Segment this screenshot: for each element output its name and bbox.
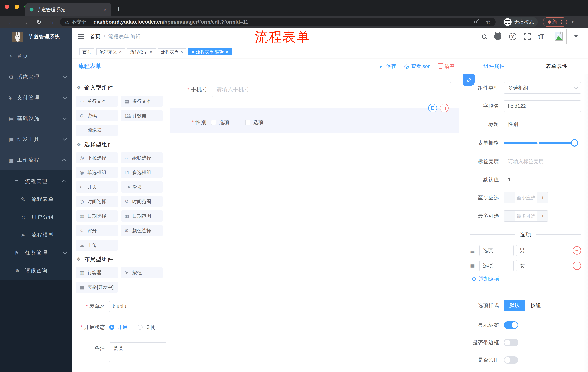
not-secure-label[interactable]: 不安全 (71, 19, 86, 25)
disabled-toggle-off[interactable] (504, 356, 518, 364)
sidebar-item-process-model[interactable]: ➤ 流程模型 (0, 226, 72, 244)
tag-close-icon[interactable] (180, 50, 183, 54)
field-name-input[interactable] (504, 100, 581, 112)
status-off-radio[interactable]: 关闭 (137, 324, 156, 331)
checkbox-icon[interactable] (211, 120, 216, 125)
tab-component-props[interactable]: 组件属性 (463, 58, 525, 74)
tag-home[interactable]: 首页 (79, 48, 94, 55)
password-key-icon[interactable] (474, 20, 477, 24)
palette-item-radio-group[interactable]: ◉单选框组 (76, 167, 118, 178)
sidebar-item-process-form[interactable]: ✎ 流程表单 (0, 190, 72, 208)
tab-close-icon[interactable]: ✕ (103, 7, 107, 12)
palette-item-rate[interactable]: ☆评分 (76, 225, 118, 236)
palette-item-row-container[interactable]: ▥行容器 (76, 267, 118, 278)
slider-handle[interactable] (571, 139, 578, 147)
title-input[interactable] (504, 119, 581, 130)
form-name-input[interactable] (109, 301, 166, 312)
palette-item-button[interactable]: ➤按钮 (121, 267, 163, 278)
sidebar-item-workflow[interactable]: ▣ 工作流程 (0, 149, 72, 170)
browser-menu-kebab-icon[interactable]: ⋮ (559, 19, 564, 25)
palette-item-switch[interactable]: ◐开关 (76, 181, 118, 192)
sidebar-item-process-mgmt[interactable]: ≣ 流程管理 (0, 172, 72, 190)
breadcrumb-home[interactable]: 首页 (90, 33, 100, 40)
avatar[interactable] (552, 29, 567, 44)
status-on-radio[interactable]: 开启 (109, 324, 127, 331)
remove-option-button[interactable] (573, 246, 581, 255)
fullscreen-icon[interactable] (524, 33, 531, 40)
palette-item-cascader[interactable]: ∴级联选择 (121, 152, 163, 163)
help-icon[interactable] (509, 33, 516, 40)
border-toggle-off[interactable] (504, 339, 518, 346)
delete-component-button[interactable] (440, 104, 449, 112)
link-chip[interactable]: ∞ (463, 74, 475, 85)
option-2-value-input[interactable] (516, 260, 550, 271)
palette-item-time-picker[interactable]: ◷时间选择 (76, 196, 118, 207)
sidebar-item-user-group[interactable]: ☺ 用户分组 (0, 208, 72, 226)
palette-item-color-picker[interactable]: ⊛颜色选择 (121, 225, 163, 236)
window-minimize-button[interactable] (15, 5, 19, 9)
sidebar-fold-icon[interactable] (77, 34, 84, 39)
copy-component-button[interactable] (428, 104, 437, 112)
palette-item-date-picker[interactable]: ▦日期选择 (76, 210, 118, 222)
tag-close-icon[interactable] (149, 50, 153, 54)
window-close-button[interactable] (5, 5, 9, 9)
sidebar-item-task-mgmt[interactable]: ⚑ 任务管理 (0, 244, 72, 262)
palette-item-checkbox-group[interactable]: ☑多选框组 (121, 167, 163, 178)
tag-close-icon[interactable] (119, 50, 122, 54)
sidebar-logo[interactable]: 芋道管理系统 (0, 28, 72, 46)
sidebar-item-devtools[interactable]: ▣ 研发工具 (0, 129, 72, 149)
tag-process-form[interactable]: 流程表单 (158, 48, 187, 55)
tag-process-model[interactable]: 流程模型 (127, 48, 156, 55)
option-1-value-input[interactable] (516, 245, 550, 256)
sidebar-item-home[interactable]: ◔ 首页 (0, 46, 72, 67)
label-width-input[interactable] (504, 156, 581, 167)
bookmark-star-icon[interactable]: ☆ (486, 19, 491, 25)
plus-icon[interactable]: + (537, 192, 548, 203)
tag-close-icon[interactable] (225, 50, 229, 54)
save-button[interactable]: 保存 (379, 63, 396, 70)
option-1-label-input[interactable] (479, 245, 514, 256)
palette-item-select[interactable]: ◎下拉选择 (76, 152, 118, 163)
sidebar-item-infra[interactable]: ▤ 基础设施 (0, 108, 72, 129)
palette-item-counter[interactable]: 123计数器 (121, 110, 163, 121)
checkbox-icon[interactable] (245, 120, 250, 125)
palette-item-slider[interactable]: –●滑块 (121, 181, 163, 192)
tag-process-definition[interactable]: 流程定义 (96, 48, 125, 55)
style-button-button[interactable]: 按钮 (525, 300, 546, 311)
form-remark-textarea[interactable]: 嘿嘿 (109, 342, 166, 362)
palette-item-single-text[interactable]: ▭单行文本 (76, 96, 118, 107)
clear-button[interactable]: 清空 (439, 63, 455, 70)
new-tab-button[interactable]: + (116, 5, 121, 13)
gender-option-1[interactable]: 选项一 (211, 119, 234, 126)
minus-icon[interactable]: − (504, 192, 515, 203)
palette-item-time-range[interactable]: ↺时间范围 (121, 196, 163, 207)
back-icon[interactable]: ← (8, 19, 14, 26)
drag-handle-icon[interactable] (470, 262, 477, 269)
forward-icon[interactable]: → (22, 19, 28, 26)
grid-slider[interactable] (504, 142, 578, 144)
address-bar[interactable]: ⚠ 不安全 dashboard.yudao.iocoder.cn /bpm/ma… (60, 18, 496, 26)
remove-option-button[interactable] (573, 262, 581, 270)
sidebar-item-payment[interactable]: ¥ 支付管理 (0, 87, 72, 108)
github-icon[interactable] (494, 33, 501, 40)
sidebar-item-leave-query[interactable]: ☻ 请假查询 (0, 262, 72, 279)
plus-icon[interactable]: + (537, 211, 548, 222)
palette-item-date-range[interactable]: ▦日期范围 (121, 210, 163, 222)
sidebar-item-system[interactable]: ⚙ 系统管理 (0, 67, 72, 87)
text-size-icon[interactable]: tT (538, 33, 544, 40)
style-default-button[interactable]: 默认 (504, 300, 525, 311)
add-option-button[interactable]: 添加选项 (472, 275, 581, 282)
gender-option-2[interactable]: 选项二 (245, 119, 269, 126)
palette-item-textarea[interactable]: ▤多行文本 (121, 96, 163, 107)
palette-item-upload[interactable]: ☁上传 (76, 240, 118, 251)
gender-field-block-selected[interactable]: 性别 选项一 选项二 (170, 108, 459, 133)
palette-item-editor[interactable]: 编辑器 (76, 125, 118, 136)
browser-caret-icon[interactable]: ▾ (572, 20, 574, 24)
browser-update-button[interactable]: 更新 ⋮ (543, 17, 567, 27)
show-label-toggle-on[interactable] (504, 321, 518, 329)
tab-form-props[interactable]: 表单属性 (525, 58, 588, 74)
reload-icon[interactable]: ↻ (36, 18, 42, 26)
view-json-button[interactable]: 查看json (404, 63, 431, 70)
component-type-select[interactable]: 多选框组 (504, 82, 581, 94)
option-2-label-input[interactable] (479, 260, 514, 271)
